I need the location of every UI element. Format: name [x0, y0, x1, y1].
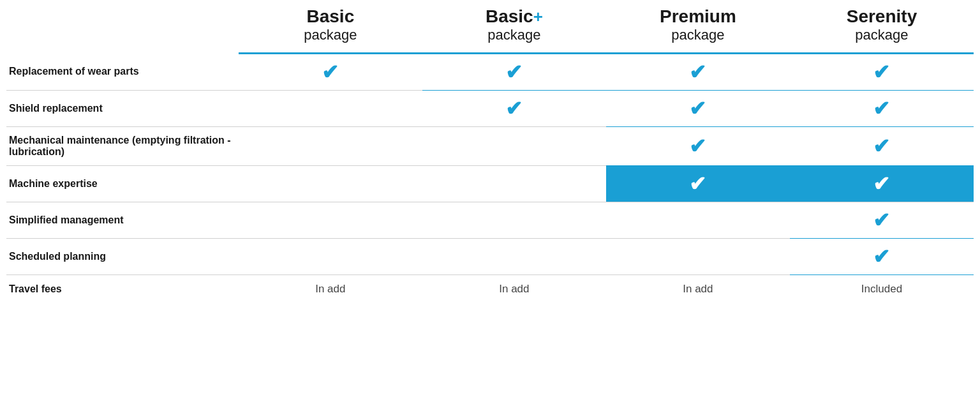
checkmark-icon: ✔	[873, 245, 890, 268]
checkmark-icon-highlight: ✔	[873, 172, 890, 195]
premium-header: Premium package	[606, 0, 790, 54]
serenity-cell-row5: ✔	[790, 202, 974, 239]
serenity-package-name: Serenity	[847, 6, 917, 26]
premium-cell-row6	[606, 239, 790, 275]
basicplus-cell-row2: ✔	[422, 91, 606, 127]
table-row-row6: Scheduled planning✔	[6, 239, 974, 275]
header-row: Basic package Basic+ package Premium pac…	[6, 0, 974, 54]
premium-package-sub: package	[611, 27, 785, 43]
checkmark-icon: ✔	[689, 97, 706, 120]
premium-cell-row3: ✔	[606, 127, 790, 166]
basic-cell-row2	[239, 91, 422, 127]
table-row-row5: Simplified management✔	[6, 202, 974, 239]
serenity-cell-row1: ✔	[790, 54, 974, 91]
serenity-cell-row7: Included	[790, 275, 974, 304]
serenity-cell-row4: ✔	[790, 166, 974, 202]
checkmark-icon: ✔	[689, 61, 706, 84]
basicplus-cell-row5	[422, 202, 606, 239]
table-row-row2: Shield replacement✔✔✔	[6, 91, 974, 127]
premium-cell-row2: ✔	[606, 91, 790, 127]
serenity-package-sub: package	[795, 27, 969, 43]
checkmark-icon: ✔	[689, 135, 706, 158]
basic-package-sub: package	[244, 27, 417, 43]
basic-header: Basic package	[239, 0, 422, 54]
premium-cell-row5	[606, 202, 790, 239]
checkmark-icon: ✔	[873, 209, 890, 232]
premium-cell-row1: ✔	[606, 54, 790, 91]
basic-cell-row6	[239, 239, 422, 275]
comparison-table-wrapper: Basic package Basic+ package Premium pac…	[0, 0, 980, 303]
checkmark-icon: ✔	[505, 61, 523, 84]
basic-package-name: Basic	[306, 6, 354, 26]
serenity-cell-row2: ✔	[790, 91, 974, 127]
feature-cell-row2: Shield replacement	[6, 91, 239, 127]
basicplus-package-name: Basic	[486, 6, 533, 26]
basic-cell-row4	[239, 166, 422, 202]
basicplus-cell-row6	[422, 239, 606, 275]
comparison-table: Basic package Basic+ package Premium pac…	[6, 0, 974, 303]
feature-cell-row4: Machine expertise	[6, 166, 239, 202]
feature-cell-row1: Replacement of wear parts	[6, 54, 239, 91]
basicplus-header: Basic+ package	[422, 0, 606, 54]
feature-cell-row5: Simplified management	[6, 202, 239, 239]
checkmark-icon-highlight: ✔	[689, 172, 706, 195]
table-row-row3: Mechanical maintenance (emptying filtrat…	[6, 127, 974, 166]
basic-cell-row1: ✔	[239, 54, 422, 91]
basic-cell-row7: In add	[239, 275, 422, 304]
basicplus-cell-row1: ✔	[422, 54, 606, 91]
basicplus-cell-row3	[422, 127, 606, 166]
table-row-row7: Travel feesIn addIn addIn addIncluded	[6, 275, 974, 304]
serenity-header: Serenity package	[790, 0, 974, 54]
feature-cell-row7: Travel fees	[6, 275, 239, 304]
feature-header	[6, 0, 239, 54]
checkmark-icon: ✔	[873, 97, 890, 120]
table-row-row4: Machine expertise✔✔	[6, 166, 974, 202]
checkmark-icon: ✔	[505, 97, 523, 120]
basicplus-cell-row7: In add	[422, 275, 606, 304]
basic-cell-row5	[239, 202, 422, 239]
table-row-row1: Replacement of wear parts✔✔✔✔	[6, 54, 974, 91]
serenity-cell-row3: ✔	[790, 127, 974, 166]
checkmark-icon: ✔	[873, 135, 890, 158]
premium-package-name: Premium	[660, 6, 736, 26]
premium-cell-row4: ✔	[606, 166, 790, 202]
basic-cell-row3	[239, 127, 422, 166]
feature-cell-row3: Mechanical maintenance (emptying filtrat…	[6, 127, 239, 166]
serenity-cell-row6: ✔	[790, 239, 974, 275]
plus-icon: +	[533, 7, 543, 26]
checkmark-icon: ✔	[873, 61, 890, 84]
basicplus-cell-row4	[422, 166, 606, 202]
premium-cell-row7: In add	[606, 275, 790, 304]
checkmark-icon: ✔	[322, 61, 339, 84]
basicplus-package-sub: package	[427, 27, 601, 43]
feature-cell-row6: Scheduled planning	[6, 239, 239, 275]
